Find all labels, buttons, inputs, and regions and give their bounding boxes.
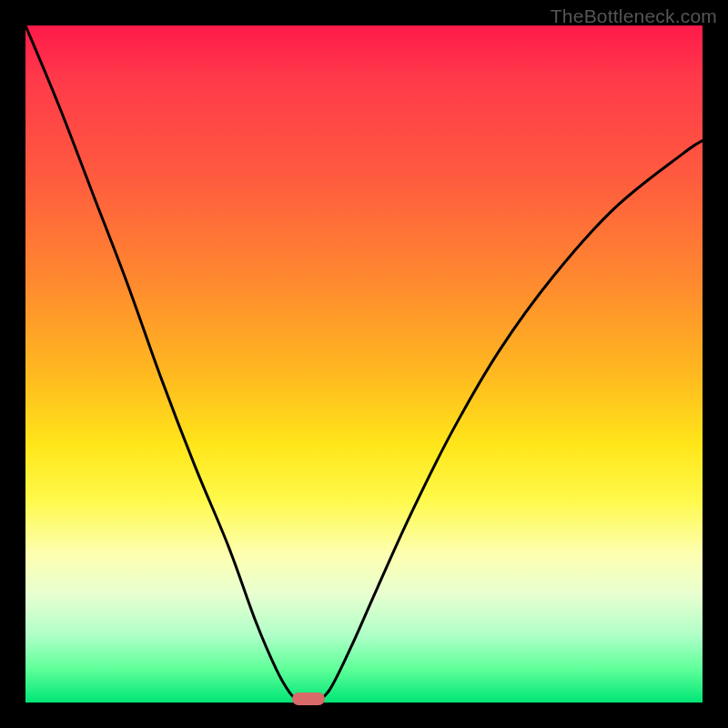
plot-area [25,25,703,703]
chart-frame: TheBottleneck.com [0,0,728,728]
bottleneck-curve [25,25,703,703]
curve-left-branch [25,25,299,703]
watermark-text: TheBottleneck.com [551,5,717,27]
optimal-marker [292,693,325,705]
curve-right-branch [317,140,703,703]
